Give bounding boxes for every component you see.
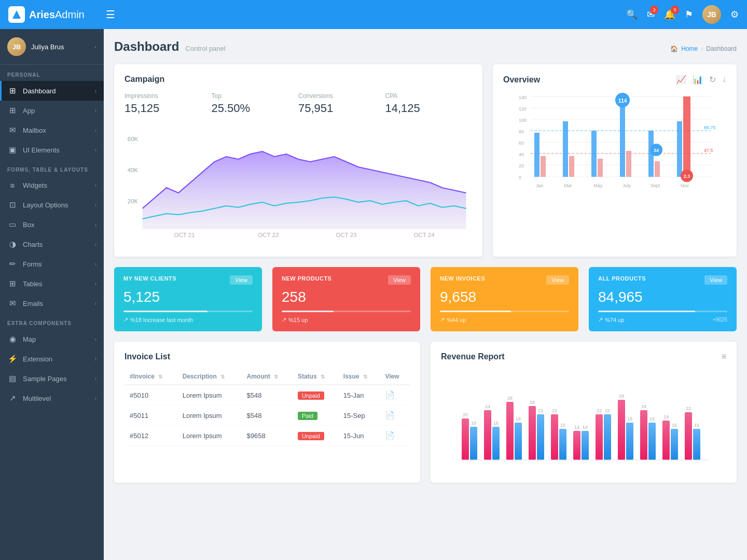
sidebar-arrow: › — [95, 183, 96, 188]
sidebar-item-forms[interactable]: ✏ Forms › — [0, 254, 104, 274]
revenue-menu-icon[interactable]: ≡ — [722, 352, 726, 361]
stat-card-clients-view-btn[interactable]: View — [230, 275, 253, 285]
svg-text:100: 100 — [519, 118, 527, 123]
sidebar-item-label: Charts — [23, 241, 90, 248]
map-icon: ◉ — [7, 334, 18, 344]
forms-icon: ✏ — [7, 259, 18, 269]
svg-text:18: 18 — [627, 416, 632, 422]
sidebar-arrow: › — [95, 396, 96, 401]
mail-icon[interactable]: ✉ 3 — [647, 9, 655, 20]
view-file-icon[interactable]: 📄 — [385, 431, 395, 440]
stat-card-invoices-view-btn[interactable]: View — [546, 275, 569, 285]
sidebar-item-label: Box — [23, 221, 90, 229]
sidebar-item-dashboard[interactable]: ⊞ Dashboard › — [0, 81, 104, 101]
app-icon: ⊞ — [7, 106, 18, 115]
sidebar-section-forms: FORMS, TABLE & LAYOUTS ≡ Widgets › ⊡ Lay… — [0, 160, 104, 313]
page-subtitle: Control panel — [185, 45, 225, 52]
sidebar-arrow: › — [95, 376, 96, 382]
overview-line-icon[interactable]: 📈 — [676, 75, 686, 85]
sidebar-item-extension[interactable]: ⚡ Extension › — [0, 349, 104, 369]
cell-issue: 15-Jun — [338, 426, 380, 446]
sidebar-item-ui-elements[interactable]: ▣ UI Elements › — [0, 140, 104, 160]
stat-card-invoices-header: NEW INVOICES View — [440, 275, 569, 285]
svg-text:OCT 21: OCT 21 — [174, 232, 195, 238]
sidebar-item-box[interactable]: ▭ Box › — [0, 215, 104, 234]
svg-rect-64 — [529, 406, 536, 460]
stat-top: Top 25.50% — [212, 92, 299, 115]
stat-top-value: 25.50% — [212, 102, 299, 115]
logo-brand: AriesAdmin — [29, 9, 85, 21]
stat-cpa-label: CPA — [385, 92, 473, 100]
cell-amount: $548 — [241, 385, 292, 405]
svg-text:60: 60 — [519, 141, 524, 146]
sidebar-item-sample-pages[interactable]: ▤ Sample Pages › — [0, 369, 104, 388]
sidebar-item-emails[interactable]: ✉ Emails › — [0, 293, 104, 313]
hamburger-button[interactable]: ☰ — [106, 8, 115, 21]
logo-icon — [8, 6, 25, 23]
breadcrumb-home-icon: 🏠 — [670, 45, 678, 52]
user-avatar[interactable]: JB — [702, 5, 721, 24]
sidebar-item-label: Forms — [23, 260, 90, 268]
stat-card-products-view-btn[interactable]: View — [388, 275, 411, 285]
overview-bar-icon[interactable]: 📊 — [693, 75, 703, 85]
cell-view[interactable]: 📄 — [380, 385, 410, 405]
sidebar-arrow: › — [95, 222, 96, 228]
svg-text:0: 0 — [519, 175, 521, 180]
stat-card-clients: MY NEW CLIENTS View 5,125 ↗%18 Increase … — [114, 267, 262, 331]
sidebar-item-widgets[interactable]: ≡ Widgets › — [0, 176, 104, 195]
sidebar-item-tables[interactable]: ⊞ Tables › — [0, 274, 104, 293]
flag-icon[interactable]: ⚑ — [685, 9, 693, 20]
cell-view[interactable]: 📄 — [380, 426, 410, 446]
view-file-icon[interactable]: 📄 — [385, 411, 395, 419]
cell-view[interactable]: 📄 — [380, 405, 410, 426]
sidebar-item-map[interactable]: ◉ Map › — [0, 329, 104, 349]
svg-text:140: 140 — [519, 95, 527, 100]
svg-rect-27 — [541, 156, 546, 177]
svg-rect-53 — [470, 427, 477, 460]
main-content: Dashboard Control panel 🏠 Home › Dashboa… — [104, 29, 747, 560]
nav-icons: 🔍 ✉ 3 🔔 5 ⚑ JB ⚙ — [626, 5, 739, 24]
logo-name: Aries — [29, 9, 55, 20]
invoice-list-card: Invoice List #Invoice ⇅ Description ⇅ Am… — [114, 342, 420, 483]
extension-icon: ⚡ — [7, 354, 18, 363]
svg-rect-93 — [693, 429, 700, 460]
cell-status: Unpaid — [293, 385, 338, 405]
svg-rect-92 — [685, 412, 692, 460]
sidebar-item-app[interactable]: ⊞ App › — [0, 101, 104, 120]
sidebar-item-layout-options[interactable]: ⊡ Layout Options › — [0, 195, 104, 215]
top-nav: AriesAdmin ☰ 🔍 ✉ 3 🔔 5 ⚑ JB ⚙ — [0, 0, 747, 29]
svg-text:OCT 22: OCT 22 — [258, 232, 279, 238]
cell-status: Paid — [293, 405, 338, 426]
section-label-personal: PERSONAL — [0, 65, 104, 81]
svg-rect-68 — [551, 414, 558, 460]
cell-invoice: #5011 — [125, 405, 177, 426]
bell-icon[interactable]: 🔔 5 — [664, 9, 675, 20]
sidebar-item-charts[interactable]: ◑ Charts › — [0, 234, 104, 254]
search-icon[interactable]: 🔍 — [626, 9, 638, 20]
page-title-group: Dashboard Control panel — [114, 39, 226, 54]
breadcrumb-home-link[interactable]: Home — [681, 45, 698, 52]
sidebar-item-multilevel[interactable]: ↗ Multilevel › — [0, 388, 104, 408]
svg-rect-32 — [620, 102, 625, 177]
cell-issue: 15-Sep — [338, 405, 380, 426]
campaign-chart-svg: 60K 40K 20K — [125, 125, 472, 240]
status-badge-unpaid: Unpaid — [298, 391, 324, 400]
svg-text:24: 24 — [641, 404, 646, 409]
svg-text:Nov: Nov — [681, 183, 689, 188]
overview-title: Overview — [503, 75, 540, 85]
sidebar-item-mailbox[interactable]: ✉ Mailbox › — [0, 120, 104, 140]
stat-card-clients-value: 5,125 — [123, 289, 253, 305]
sidebar-user[interactable]: JB Juliya Brus › — [0, 29, 104, 65]
overview-download-icon[interactable]: ↓ — [722, 75, 726, 85]
overview-card: Overview 📈 📊 ↻ ↓ 140 120 100 80 60 — [493, 64, 737, 257]
overview-refresh-icon[interactable]: ↻ — [709, 75, 716, 85]
settings-icon[interactable]: ⚙ — [730, 9, 739, 20]
sidebar-item-label: App — [23, 107, 90, 115]
multilevel-icon: ↗ — [7, 394, 18, 403]
stat-card-all-products-label: ALL PRODUCTS — [598, 275, 646, 282]
ui-elements-icon: ▣ — [7, 145, 18, 155]
svg-text:120: 120 — [519, 106, 527, 111]
stat-card-all-products-view-btn[interactable]: View — [704, 275, 727, 285]
svg-text:34: 34 — [654, 148, 659, 153]
view-file-icon[interactable]: 📄 — [385, 390, 395, 399]
